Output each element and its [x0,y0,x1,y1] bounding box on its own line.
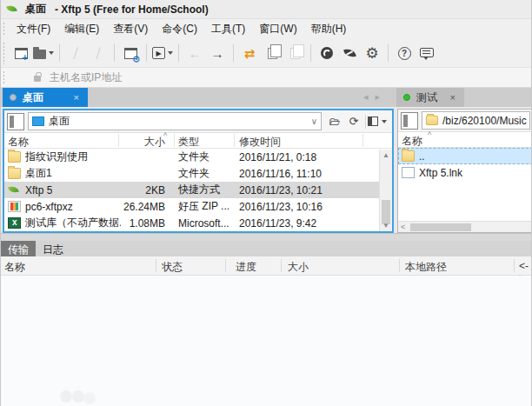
remote-path-bar: /biz/620100/Music [398,110,532,132]
col-size[interactable]: 大小 [288,260,309,275]
transfer-queue-area [1,276,532,406]
help-icon[interactable]: ? [394,43,415,63]
title-bar: 桌面 - Xftp 5 (Free for Home/School) [1,0,531,19]
pane-splitter[interactable] [1,233,532,241]
col-name[interactable]: 名称 [4,260,25,275]
file-row[interactable]: pc6-xftpxz 26.24MB 好压 ZIP ... 2016/11/23… [4,198,382,215]
file-row-selected[interactable]: Xftp 5 2KB 快捷方式 2016/11/23, 10:21 [4,182,382,198]
remote-file-pane: /biz/620100/Music 名称 ^ .. Xftp 5.lnk < [397,109,532,233]
col-size[interactable]: 大小 [122,135,165,150]
chevron-down-icon[interactable]: ∨ [311,116,317,126]
local-path-bar: 桌面 ∨ 🗁 ⟳ [4,110,392,133]
xftp-app-icon [6,3,17,15]
menu-help[interactable]: 帮助(H) [304,19,354,39]
main-area: 桌面 ∨ 🗁 ⟳ 名称 ^ 大小 类型 修改时间 指纹识别使用 [1,107,532,233]
session-tab-strip: 桌面 × ◂▸ 测试 × [1,88,531,107]
scrollbar-thumb[interactable] [410,223,471,231]
lock-icon [34,76,41,82]
session-status-dot [10,94,17,101]
tab-transfer[interactable]: 传输 [1,241,36,256]
file-row[interactable]: 指纹识别使用 文件夹 2016/11/21, 0:18 [4,149,382,165]
paste-icon[interactable] [284,43,305,63]
menu-tools[interactable]: 工具(T) [204,19,252,39]
views-icon[interactable] [368,113,387,130]
title-app-name: - Xftp 5 (Free for Home/School) [55,3,209,16]
folder-icon [8,168,21,179]
col-local-path[interactable]: 本地路径 [405,260,447,275]
menu-file[interactable]: 文件(F) [10,19,57,39]
col-modified[interactable]: 修改时间 [239,135,281,150]
desktop-icon [32,116,44,126]
remote-file-list: .. Xftp 5.lnk [398,148,532,181]
col-name[interactable]: 名称 [8,135,29,150]
transfer-column-headers: 名称 状态 进度 大小 本地路径 <-> [1,256,532,276]
address-gripper [3,70,5,84]
excel-file-icon [8,217,21,229]
local-file-list: 指纹识别使用 文件夹 2016/11/21, 0:18 桌面1 文件夹 2016… [4,149,382,231]
file-row[interactable]: Xftp 5.lnk [398,164,532,181]
remote-path-combo[interactable]: /biz/620100/Music [422,111,530,130]
menu-view[interactable]: 查看(V) [106,19,155,39]
file-row[interactable]: 测试库（不动产数据... 1.08MB Microsoft... 2016/11… [4,215,382,231]
run-icon[interactable]: ▶ [152,43,173,63]
address-bar: 主机名或IP地址 [1,68,531,88]
menu-window[interactable]: 窗口(W) [252,19,303,39]
col-progress[interactable]: 进度 [236,260,256,275]
xftp-shortcut-icon [8,184,21,196]
remote-path-value: /biz/620100/Music [442,115,527,127]
zip-archive-icon [8,201,21,212]
sort-asc-icon: ^ [428,130,431,139]
remote-column-headers: 名称 ^ [398,132,532,148]
local-path-combo[interactable]: 桌面 ∨ [28,112,322,130]
new-session-icon[interactable]: + [10,43,31,63]
forward-icon[interactable]: → [207,43,228,63]
tab-desktop[interactable]: 桌面 × [3,88,88,107]
scrollbar-thumb[interactable] [382,200,390,224]
open-session-icon[interactable] [33,43,54,63]
refresh-icon[interactable]: ⟳ [344,113,363,130]
xftp-icon[interactable] [339,43,360,63]
file-row-selected[interactable]: .. [398,148,532,164]
remote-sidebar-toggle-icon[interactable] [401,112,418,130]
tab-test-close-icon[interactable]: × [449,92,457,103]
tab-test-label: 测试 [416,90,437,105]
transfer-icon[interactable]: ⇄ [239,43,260,63]
disconnect-icon[interactable]: ⧸ [65,43,86,63]
folder-icon [426,116,438,125]
session-connected-dot [403,94,410,101]
toolbar: + ⧸ ⧸ ⚙ ▶ ← → ⇄ ⚙ ? [1,39,531,68]
session-properties-icon[interactable]: ⚙ [120,43,141,63]
host-address-input[interactable]: 主机名或IP地址 [50,70,122,85]
folder-icon [402,150,415,162]
toolbar-gripper [3,42,5,64]
local-sidebar-toggle-icon[interactable] [7,113,24,130]
local-file-pane: 桌面 ∨ 🗁 ⟳ 名称 ^ 大小 类型 修改时间 指纹识别使用 [3,109,394,233]
menu-edit[interactable]: 编辑(E) [57,19,106,39]
options-gear-icon[interactable]: ⚙ [362,43,382,63]
tab-desktop-label: 桌面 [23,90,43,105]
local-vertical-scrollbar[interactable]: ▲ ▼ [379,150,392,231]
folder-up-icon[interactable]: 🗁 [325,113,344,130]
bottom-tab-bar: 传输 日志 [1,241,532,256]
xshell-icon[interactable] [316,43,337,63]
file-row[interactable]: 桌面1 文件夹 2016/11/16, 11:10 [4,165,382,182]
watermark-dots [60,390,72,403]
feedback-icon[interactable] [416,43,437,63]
col-name[interactable]: 名称 [402,134,422,149]
menu-command[interactable]: 命令(C) [155,19,204,39]
file-icon [402,167,415,178]
col-status[interactable]: 状态 [162,260,183,275]
back-icon[interactable]: ← [184,43,205,63]
col-type[interactable]: 类型 [178,135,199,150]
menu-bar: 文件(F) 编辑(E) 查看(V) 命令(C) 工具(T) 窗口(W) 帮助(H… [1,19,531,39]
menu-gripper [3,22,5,37]
tab-nav-arrows[interactable]: ◂▸ [363,91,387,103]
copy-icon[interactable] [262,43,283,63]
reconnect-icon[interactable]: ⧸ [88,43,109,63]
local-path-value: 桌面 [49,114,70,129]
tab-desktop-close-icon[interactable]: × [72,92,81,103]
title-session-name: 桌面 [25,2,46,17]
remote-horizontal-scrollbar[interactable]: < [398,221,532,232]
tab-log[interactable]: 日志 [36,241,70,256]
tab-test[interactable]: 测试 × [396,88,464,107]
